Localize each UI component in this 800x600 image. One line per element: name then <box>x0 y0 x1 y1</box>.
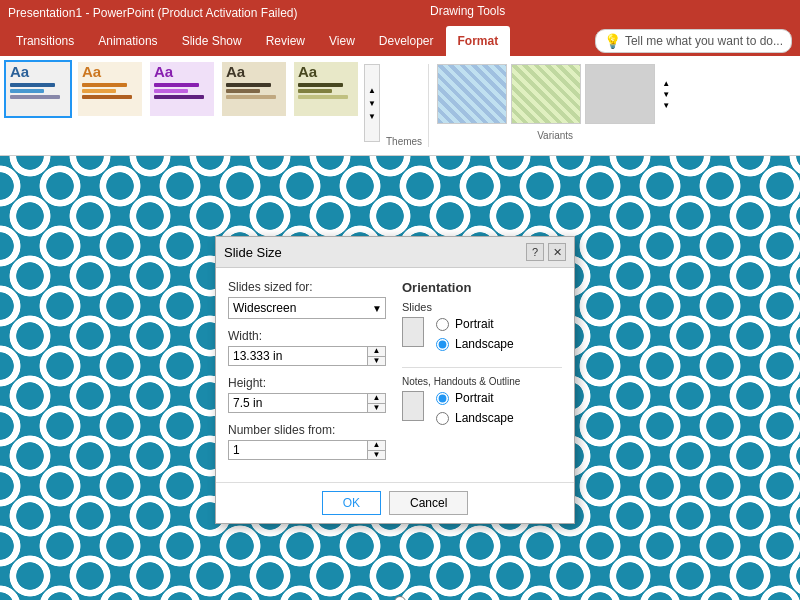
notes-divider <box>402 367 562 368</box>
height-input[interactable] <box>229 394 367 412</box>
scroll-up-icon[interactable]: ▲ <box>368 86 376 95</box>
tab-slideshow[interactable]: Slide Show <box>170 26 254 56</box>
tab-view[interactable]: View <box>317 26 367 56</box>
dialog-close-button[interactable]: ✕ <box>548 243 566 261</box>
tab-developer[interactable]: Developer <box>367 26 446 56</box>
theme-3[interactable]: Aa <box>148 60 216 118</box>
dialog-title-bar-buttons: ? ✕ <box>526 243 566 261</box>
notes-portrait-option: Portrait <box>436 391 514 405</box>
title-bar: Presentation1 - PowerPoint (Product Acti… <box>0 0 800 26</box>
width-increment-button[interactable]: ▲ <box>368 347 385 356</box>
dialog-right: Orientation Slides Portrait <box>402 280 562 470</box>
variants-label: Variants <box>433 128 677 143</box>
tab-animations[interactable]: Animations <box>86 26 169 56</box>
notes-portrait-label: Portrait <box>455 391 494 405</box>
theme-scroll-arrows[interactable]: ▲ ▼ ▼ <box>364 64 380 142</box>
tab-review[interactable]: Review <box>254 26 317 56</box>
slides-landscape-label: Landscape <box>455 337 514 351</box>
variants-up-icon[interactable]: ▲ <box>662 79 670 88</box>
variant-1[interactable] <box>437 64 507 124</box>
slides-orientation-label: Slides <box>402 301 562 313</box>
theme-5-label: Aa <box>294 62 358 81</box>
dialog-footer: OK Cancel <box>216 482 574 523</box>
theme-2[interactable]: Aa <box>76 60 144 118</box>
dialog-help-button[interactable]: ? <box>526 243 544 261</box>
scroll-more-icon[interactable]: ▼ <box>368 112 376 121</box>
theme-office[interactable]: Aa <box>4 60 72 118</box>
slide-size-dialog: Slide Size ? ✕ Slides sized for: Widescr… <box>215 236 575 524</box>
height-decrement-button[interactable]: ▼ <box>368 403 385 413</box>
variants-more-icon[interactable]: ▼ <box>662 101 670 110</box>
number-slides-input[interactable] <box>229 441 367 459</box>
notes-orientation-label: Notes, Handouts & Outline <box>402 376 562 387</box>
portrait-icon <box>402 317 424 347</box>
notes-landscape-radio[interactable] <box>436 412 449 425</box>
variants-section: ▲ ▼ ▼ <box>433 60 677 128</box>
content-area: Slide Size ? ✕ Slides sized for: Widescr… <box>0 156 800 600</box>
slides-sized-for-group: Slides sized for: Widescreen ▼ <box>228 280 386 319</box>
notes-portrait-radio[interactable] <box>436 392 449 405</box>
tab-transitions[interactable]: Transitions <box>4 26 86 56</box>
width-input[interactable] <box>229 347 367 365</box>
tab-format[interactable]: Format <box>446 26 511 56</box>
notes-portrait-icon <box>402 391 424 421</box>
theme-4[interactable]: Aa <box>220 60 288 118</box>
ok-button[interactable]: OK <box>322 491 381 515</box>
height-increment-button[interactable]: ▲ <box>368 394 385 403</box>
slides-landscape-radio[interactable] <box>436 338 449 351</box>
orientation-title: Orientation <box>402 280 562 295</box>
dialog-body: Slides sized for: Widescreen ▼ Width: <box>216 268 574 482</box>
tell-me-input[interactable]: 💡 Tell me what you want to do... <box>595 29 792 53</box>
height-label: Height: <box>228 376 386 390</box>
number-slides-decrement-button[interactable]: ▼ <box>368 450 385 460</box>
dialog-left: Slides sized for: Widescreen ▼ Width: <box>228 280 386 470</box>
width-label: Width: <box>228 329 386 343</box>
slides-portrait-label: Portrait <box>455 317 494 331</box>
slides-portrait-option: Portrait <box>436 317 514 331</box>
themes-label: Themes <box>384 134 424 149</box>
number-slides-spinner: ▲ ▼ <box>228 440 386 460</box>
theme-5[interactable]: Aa <box>292 60 360 118</box>
slides-portrait-radio[interactable] <box>436 318 449 331</box>
main-area: Slide Size ? ✕ Slides sized for: Widescr… <box>0 156 800 600</box>
variants-down-icon[interactable]: ▼ <box>662 90 670 99</box>
variants-scroll-arrows[interactable]: ▲ ▼ ▼ <box>659 64 673 124</box>
title-text: Presentation1 - PowerPoint (Product Acti… <box>8 6 297 20</box>
variant-3[interactable] <box>585 64 655 124</box>
theme-office-label: Aa <box>6 62 70 81</box>
slides-sized-for-select[interactable]: Widescreen <box>228 297 386 319</box>
width-spinner: ▲ ▼ <box>228 346 386 366</box>
scroll-down-icon[interactable]: ▼ <box>368 99 376 108</box>
ribbon-divider <box>428 64 429 147</box>
slides-sized-for-label: Slides sized for: <box>228 280 386 294</box>
height-spinner: ▲ ▼ <box>228 393 386 413</box>
variant-2[interactable] <box>511 64 581 124</box>
slides-sized-for-select-wrapper: Widescreen ▼ <box>228 297 386 319</box>
number-slides-spinner-buttons: ▲ ▼ <box>367 441 385 459</box>
title-bar-left: Presentation1 - PowerPoint (Product Acti… <box>8 6 297 20</box>
number-slides-group: Number slides from: ▲ ▼ <box>228 423 386 460</box>
number-slides-label: Number slides from: <box>228 423 386 437</box>
ribbon-tabs: Transitions Animations Slide Show Review… <box>0 26 800 56</box>
height-spinner-buttons: ▲ ▼ <box>367 394 385 412</box>
lightbulb-icon: 💡 <box>604 33 621 49</box>
notes-landscape-label: Landscape <box>455 411 514 425</box>
ribbon: Aa Aa Aa Aa Aa <box>0 56 800 156</box>
theme-3-label: Aa <box>150 62 214 81</box>
width-spinner-buttons: ▲ ▼ <box>367 347 385 365</box>
height-group: Height: ▲ ▼ <box>228 376 386 413</box>
dialog-title-bar: Slide Size ? ✕ <box>216 237 574 268</box>
width-decrement-button[interactable]: ▼ <box>368 356 385 366</box>
notes-orientation-group: Notes, Handouts & Outline Portrait <box>402 376 562 429</box>
notes-landscape-option: Landscape <box>436 411 514 425</box>
theme-2-label: Aa <box>78 62 142 81</box>
width-group: Width: ▲ ▼ <box>228 329 386 366</box>
drawing-tools-label: Drawing Tools <box>430 4 505 18</box>
dialog-title: Slide Size <box>224 245 282 260</box>
theme-4-label: Aa <box>222 62 286 81</box>
slides-orientation-group: Slides Portrait <box>402 301 562 355</box>
number-slides-increment-button[interactable]: ▲ <box>368 441 385 450</box>
cancel-button[interactable]: Cancel <box>389 491 468 515</box>
slides-landscape-option: Landscape <box>436 337 514 351</box>
tell-me-label: Tell me what you want to do... <box>625 34 783 48</box>
